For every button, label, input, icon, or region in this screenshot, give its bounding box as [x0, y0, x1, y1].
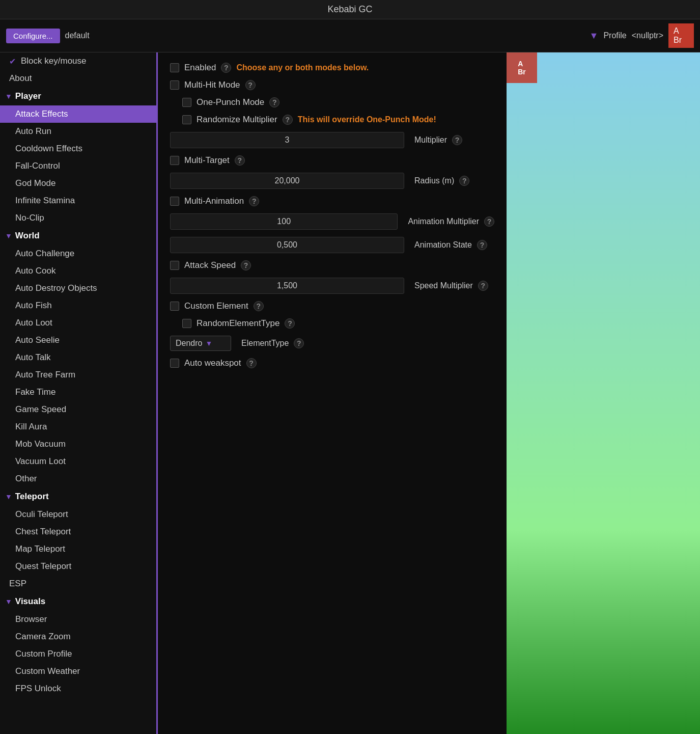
- help-custom-element[interactable]: ?: [254, 301, 264, 311]
- sidebar-label-camera-zoom: Camera Zoom: [15, 632, 71, 642]
- help-attack-speed[interactable]: ?: [241, 260, 251, 270]
- row-multi-hit-mode: Multi-Hit Mode ?: [170, 80, 494, 90]
- sidebar-item-custom-weather[interactable]: Custom Weather: [0, 663, 156, 680]
- sidebar-label-about: About: [9, 73, 32, 84]
- help-auto-weakspot[interactable]: ?: [246, 358, 257, 368]
- sidebar-item-auto-run[interactable]: Auto Run: [0, 123, 156, 140]
- help-radius[interactable]: ?: [459, 176, 469, 186]
- sidebar-item-vacuum-loot[interactable]: Vacuum Loot: [0, 453, 156, 470]
- help-enabled[interactable]: ?: [221, 63, 231, 73]
- sidebar-item-cooldown-effects[interactable]: Cooldown Effects: [0, 140, 156, 157]
- sidebar-label-fall-control: Fall-Control: [15, 161, 60, 171]
- sidebar-label-world: World: [15, 231, 40, 241]
- checkbox-randomize-multiplier[interactable]: [182, 115, 191, 124]
- filter-icon[interactable]: ▼: [590, 31, 599, 41]
- sidebar-item-browser[interactable]: Browser: [0, 611, 156, 628]
- sidebar-label-chest-teleport: Chest Teleport: [15, 527, 71, 537]
- sidebar-label-quest-teleport: Quest Teleport: [15, 561, 71, 572]
- label-element-type: ElementType: [241, 339, 289, 348]
- sidebar-item-esp[interactable]: ESP: [0, 575, 156, 592]
- sidebar-item-auto-challenge[interactable]: Auto Challenge: [0, 245, 156, 262]
- sidebar-item-infinite-stamina[interactable]: Infinite Stamina: [0, 192, 156, 209]
- sidebar-section-visuals[interactable]: ▼ Visuals: [0, 592, 156, 611]
- help-multi-animation[interactable]: ?: [249, 196, 259, 206]
- toolbar: Configure... default ▼ Profile <nullptr>…: [0, 19, 700, 52]
- sidebar-label-auto-run: Auto Run: [15, 126, 51, 137]
- configure-button[interactable]: Configure...: [6, 29, 60, 43]
- checkbox-random-element-type[interactable]: [182, 319, 191, 328]
- row-auto-weakspot: Auto weakspot ?: [170, 358, 494, 368]
- checkbox-multi-target[interactable]: [170, 156, 179, 165]
- input-animation-state[interactable]: 0,500: [170, 237, 404, 253]
- sidebar-item-fps-unlock[interactable]: FPS Unlock: [0, 680, 156, 697]
- row-attack-speed: Attack Speed ?: [170, 260, 494, 270]
- input-animation-multiplier[interactable]: 100: [170, 213, 398, 230]
- checkbox-one-punch-mode[interactable]: [182, 98, 191, 107]
- sidebar-section-world[interactable]: ▼ World: [0, 227, 156, 245]
- sidebar-label-custom-profile: Custom Profile: [15, 649, 72, 659]
- sidebar-item-oculi-teleport[interactable]: Oculi Teleport: [0, 506, 156, 523]
- sidebar-item-game-speed[interactable]: Game Speed: [0, 401, 156, 418]
- sidebar-item-camera-zoom[interactable]: Camera Zoom: [0, 628, 156, 645]
- arrow-icon-visuals: ▼: [5, 597, 12, 606]
- sidebar-item-auto-tree-farm[interactable]: Auto Tree Farm: [0, 366, 156, 384]
- sidebar-item-block-key-mouse[interactable]: ✔ Block key/mouse: [0, 52, 156, 70]
- sidebar-item-auto-fish[interactable]: Auto Fish: [0, 297, 156, 314]
- help-multi-hit-mode[interactable]: ?: [245, 80, 256, 90]
- sidebar-item-other[interactable]: Other: [0, 470, 156, 487]
- sidebar-item-quest-teleport[interactable]: Quest Teleport: [0, 558, 156, 575]
- input-radius[interactable]: 20,000: [170, 173, 404, 189]
- sidebar-label-teleport: Teleport: [15, 492, 49, 502]
- help-animation-multiplier[interactable]: ?: [484, 216, 494, 227]
- sidebar-item-fake-time[interactable]: Fake Time: [0, 384, 156, 401]
- user-badge[interactable]: ABr: [668, 23, 694, 48]
- help-speed-multiplier[interactable]: ?: [478, 281, 488, 291]
- warning-randomize-multiplier: This will override One-Punch Mode!: [298, 115, 436, 124]
- sidebar-item-auto-loot[interactable]: Auto Loot: [0, 314, 156, 332]
- sidebar-section-teleport[interactable]: ▼ Teleport: [0, 487, 156, 506]
- sidebar-item-custom-profile[interactable]: Custom Profile: [0, 645, 156, 663]
- checkbox-enabled[interactable]: [170, 63, 179, 72]
- sidebar-label-attack-effects: Attack Effects: [15, 109, 68, 119]
- label-animation-state: Animation State: [414, 240, 472, 250]
- sidebar-item-fall-control[interactable]: Fall-Control: [0, 157, 156, 175]
- sidebar-item-auto-talk[interactable]: Auto Talk: [0, 349, 156, 366]
- sidebar-item-attack-effects[interactable]: Attack Effects: [0, 105, 156, 123]
- sidebar-label-game-speed: Game Speed: [15, 404, 66, 415]
- help-one-punch-mode[interactable]: ?: [269, 97, 279, 107]
- row-multi-target: Multi-Target ?: [170, 155, 494, 166]
- dropdown-value-element-type: Dendro: [176, 339, 202, 348]
- sidebar-item-kill-aura[interactable]: Kill Aura: [0, 418, 156, 436]
- input-speed-multiplier[interactable]: 1,500: [170, 278, 404, 294]
- sidebar-item-no-clip[interactable]: No-Clip: [0, 209, 156, 227]
- sidebar-item-god-mode[interactable]: God Mode: [0, 175, 156, 192]
- checkbox-custom-element[interactable]: [170, 302, 179, 311]
- row-animation-multiplier: 100 Animation Multiplier ?: [170, 213, 494, 230]
- sidebar-item-auto-cook[interactable]: Auto Cook: [0, 262, 156, 280]
- row-one-punch-mode: One-Punch Mode ?: [170, 97, 494, 107]
- sidebar-item-map-teleport[interactable]: Map Teleport: [0, 540, 156, 558]
- checkbox-auto-weakspot[interactable]: [170, 359, 179, 368]
- help-multi-target[interactable]: ?: [235, 155, 245, 166]
- help-multiplier[interactable]: ?: [452, 135, 462, 145]
- game-area: ABr: [507, 52, 700, 734]
- help-randomize-multiplier[interactable]: ?: [283, 115, 293, 125]
- row-speed-multiplier: 1,500 Speed Multiplier ?: [170, 278, 494, 294]
- dropdown-element-type[interactable]: Dendro ▼: [170, 336, 231, 351]
- help-animation-state[interactable]: ?: [477, 240, 487, 250]
- sidebar-item-about[interactable]: About: [0, 70, 156, 87]
- sidebar-item-mob-vacuum[interactable]: Mob Vacuum: [0, 436, 156, 453]
- checkbox-multi-animation[interactable]: [170, 197, 179, 206]
- sidebar-item-chest-teleport[interactable]: Chest Teleport: [0, 523, 156, 540]
- input-multiplier[interactable]: 3: [170, 132, 404, 148]
- checkbox-attack-speed[interactable]: [170, 261, 179, 270]
- help-random-element-type[interactable]: ?: [285, 318, 295, 329]
- checkbox-multi-hit-mode[interactable]: [170, 80, 179, 90]
- sidebar-label-fps-unlock: FPS Unlock: [15, 684, 61, 694]
- sidebar-item-auto-destroy-objects[interactable]: Auto Destroy Objects: [0, 280, 156, 297]
- content-area: Enabled ? Choose any or both modes below…: [158, 52, 507, 734]
- sidebar-item-auto-seelie[interactable]: Auto Seelie: [0, 332, 156, 349]
- sidebar-section-player[interactable]: ▼ Player: [0, 87, 156, 105]
- title-bar: Kebabi GC: [0, 0, 700, 19]
- help-element-type[interactable]: ?: [294, 338, 304, 348]
